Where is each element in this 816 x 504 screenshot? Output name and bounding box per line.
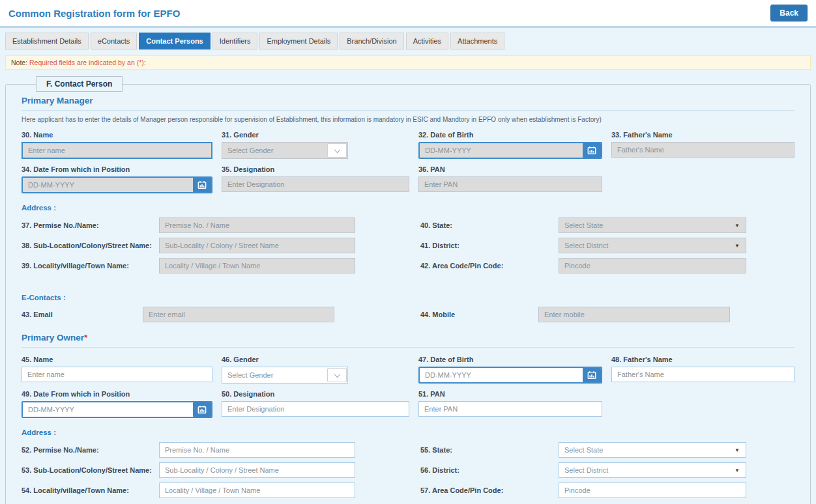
manager-email-label: 43. Email bbox=[22, 311, 143, 318]
calendar-icon[interactable] bbox=[193, 178, 211, 192]
manager-pincode-input[interactable] bbox=[559, 258, 746, 273]
primary-manager-description: Here applicant has to enter the details … bbox=[22, 116, 794, 123]
owner-locality-row: 54. Locality/village/Town Name: bbox=[22, 483, 355, 498]
primary-owner-heading: Primary Owner* bbox=[22, 333, 794, 348]
owner-name-input[interactable] bbox=[22, 367, 212, 382]
owner-row-1: 45. Name 46. Gender Select Gender 47. Da… bbox=[22, 356, 794, 384]
owner-pan-input[interactable] bbox=[418, 401, 602, 417]
note-text: Required fields are indicated by an (*): bbox=[29, 59, 146, 66]
calendar-icon[interactable] bbox=[193, 402, 211, 417]
tab-contact-persons[interactable]: Contact Persons bbox=[139, 33, 210, 49]
tab-attachments[interactable]: Attachments bbox=[450, 33, 504, 49]
calendar-icon[interactable] bbox=[583, 143, 601, 158]
primary-owner-required-mark: * bbox=[84, 333, 87, 343]
owner-gender-select[interactable]: Select Gender bbox=[222, 367, 348, 384]
manager-state-row: 40. State: Select State▼ bbox=[420, 217, 746, 233]
manager-name-label: 30. Name bbox=[22, 131, 212, 139]
owner-dob-label: 47. Date of Birth bbox=[418, 356, 602, 363]
primary-manager-title: Primary Manager bbox=[22, 96, 93, 105]
dropdown-caret-icon: ▼ bbox=[735, 243, 740, 249]
tab-employment-details[interactable]: Employment Details bbox=[259, 33, 338, 49]
manager-locality-label: 39. Locality/village/Town Name: bbox=[22, 262, 159, 270]
note-prefix: Note: bbox=[11, 59, 27, 66]
owner-premise-label: 52. Permise No./Name: bbox=[22, 446, 159, 454]
owner-designation-label: 50. Designation bbox=[222, 390, 409, 398]
back-button[interactable]: Back bbox=[770, 5, 808, 21]
manager-designation-input[interactable] bbox=[222, 176, 409, 192]
owner-pincode-input[interactable] bbox=[559, 483, 746, 498]
manager-date-from-group bbox=[22, 176, 212, 193]
chevron-down-icon bbox=[327, 368, 347, 382]
contact-person-fieldset: F. Contact Person Primary Manager Here a… bbox=[5, 76, 811, 504]
owner-date-from-input[interactable] bbox=[23, 402, 193, 417]
owner-pincode-label: 57. Area Code/Pin Code: bbox=[420, 486, 559, 494]
dropdown-caret-icon: ▼ bbox=[735, 447, 740, 453]
manager-row-2: 34. Date From which in Position 35. Desi… bbox=[22, 165, 794, 193]
owner-designation-input[interactable] bbox=[222, 401, 409, 417]
owner-date-from-field: 49. Date From which in Position bbox=[22, 390, 212, 418]
owner-address-heading: Address : bbox=[22, 428, 794, 436]
owner-state-value: Select State bbox=[564, 446, 603, 454]
manager-gender-field: 31. Gender Select Gender bbox=[222, 131, 409, 159]
manager-designation-label: 35. Designation bbox=[222, 165, 409, 173]
owner-name-field: 45. Name bbox=[22, 356, 212, 384]
manager-premise-row: 37. Permise No./Name: bbox=[22, 217, 355, 233]
owner-gender-label: 46. Gender bbox=[222, 356, 409, 363]
owner-premise-input[interactable] bbox=[159, 442, 355, 458]
manager-district-row: 41. District: Select District▼ bbox=[420, 238, 746, 253]
owner-dob-group bbox=[418, 367, 602, 384]
owner-father-name-field: 48. Father's Name bbox=[611, 356, 794, 384]
manager-locality-row: 39. Locality/village/Town Name: bbox=[22, 258, 355, 273]
owner-designation-field: 50. Designation bbox=[222, 390, 409, 418]
owner-pincode-row: 57. Area Code/Pin Code: bbox=[420, 483, 746, 498]
manager-locality-input[interactable] bbox=[159, 258, 355, 273]
primary-owner-section: Primary Owner* 45. Name 46. Gender Selec… bbox=[22, 333, 794, 504]
manager-name-input[interactable] bbox=[22, 142, 212, 159]
tab-branch-division[interactable]: Branch/Division bbox=[340, 33, 403, 49]
calendar-icon[interactable] bbox=[583, 368, 601, 382]
primary-manager-heading: Primary Manager bbox=[22, 96, 794, 111]
page-title: Common Registration form for EPFO bbox=[8, 8, 180, 19]
owner-sublocation-input[interactable] bbox=[159, 462, 355, 478]
manager-district-label: 41. District: bbox=[420, 242, 559, 249]
owner-locality-input[interactable] bbox=[159, 483, 355, 498]
owner-gender-field: 46. Gender Select Gender bbox=[222, 356, 409, 384]
tab-identifiers[interactable]: Identifiers bbox=[212, 33, 258, 49]
manager-gender-value: Select Gender bbox=[227, 147, 273, 154]
manager-father-name-input[interactable] bbox=[611, 142, 794, 158]
manager-pincode-row: 42. Area Code/Pin Code: bbox=[420, 258, 746, 273]
owner-district-select[interactable]: Select District▼ bbox=[559, 462, 746, 478]
tab-econtacts[interactable]: eContacts bbox=[91, 33, 138, 49]
primary-owner-title: Primary Owner bbox=[22, 333, 84, 343]
tab-activities[interactable]: Activities bbox=[406, 33, 448, 49]
manager-email-input[interactable] bbox=[143, 307, 334, 322]
manager-pan-input[interactable] bbox=[418, 176, 602, 192]
epfo-registration-page: Common Registration form for EPFO Back E… bbox=[0, 0, 816, 504]
manager-dob-input[interactable] bbox=[420, 143, 583, 158]
manager-sublocation-input[interactable] bbox=[159, 238, 355, 253]
manager-address-heading: Address : bbox=[22, 204, 794, 212]
manager-state-select[interactable]: Select State▼ bbox=[559, 217, 746, 233]
manager-gender-select[interactable]: Select Gender bbox=[222, 142, 348, 159]
owner-father-name-input[interactable] bbox=[611, 367, 794, 382]
manager-mobile-label: 44. Mobile bbox=[420, 311, 538, 318]
manager-premise-label: 37. Permise No./Name: bbox=[22, 221, 159, 229]
form-tab-bar: Establishment Details eContacts Contact … bbox=[5, 33, 811, 49]
owner-sublocation-row: 53. Sub-Location/Colony/Street Name: bbox=[22, 462, 355, 478]
owner-father-name-label: 48. Father's Name bbox=[611, 356, 794, 363]
owner-state-select[interactable]: Select State▼ bbox=[559, 442, 746, 458]
owner-row-2: 49. Date From which in Position 50. Desi… bbox=[22, 390, 794, 418]
tab-establishment-details[interactable]: Establishment Details bbox=[5, 33, 89, 49]
owner-district-label: 56. District: bbox=[420, 466, 559, 474]
owner-name-label: 45. Name bbox=[22, 356, 212, 363]
manager-date-from-input[interactable] bbox=[23, 178, 193, 192]
manager-premise-input[interactable] bbox=[159, 217, 355, 233]
manager-mobile-input[interactable] bbox=[538, 307, 730, 322]
owner-dob-field: 47. Date of Birth bbox=[418, 356, 602, 384]
manager-pincode-label: 42. Area Code/Pin Code: bbox=[420, 262, 559, 270]
page-header: Common Registration form for EPFO Back bbox=[0, 0, 816, 26]
owner-dob-input[interactable] bbox=[420, 368, 583, 382]
manager-father-name-label: 33. Father's Name bbox=[611, 131, 794, 139]
manager-district-select[interactable]: Select District▼ bbox=[559, 238, 746, 253]
manager-father-name-field: 33. Father's Name bbox=[611, 131, 794, 159]
